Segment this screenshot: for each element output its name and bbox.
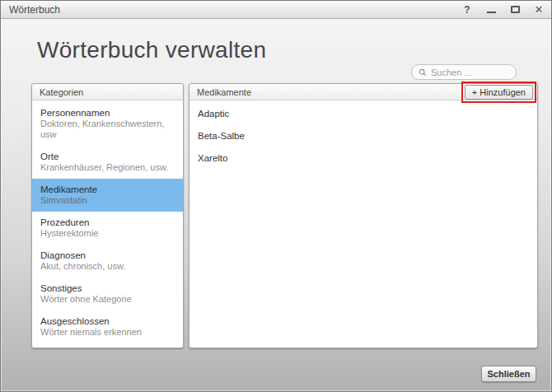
categories-panel-header: Kategorien [32, 84, 183, 100]
entries-panel: Medikamente + Hinzufügen Adaptic Beta-Sa… [189, 83, 538, 348]
category-subtitle: Simvastatin [40, 195, 175, 206]
entry-list-item[interactable]: Beta-Salbe [189, 124, 537, 147]
magnifier-icon [419, 68, 427, 77]
close-button[interactable]: ✕ [533, 4, 545, 16]
entry-list-item[interactable]: Adaptic [189, 102, 537, 124]
category-title: Medikamente [40, 184, 175, 195]
categories-panel-title: Kategorien [40, 87, 83, 97]
category-subtitle: Akut, chronisch, usw. [40, 261, 175, 272]
minimize-button[interactable] [485, 4, 497, 16]
categories-list: Personennamen Doktoren, Krankenschwester… [32, 100, 183, 343]
category-title: Ausgeschlossen [40, 315, 175, 327]
close-icon: ✕ [535, 4, 544, 15]
add-button-highlight-annotation: + Hinzufügen [461, 82, 536, 103]
search-input[interactable]: Suchen ... [411, 64, 517, 80]
category-subtitle: Wörter niemals erkennen [40, 327, 175, 338]
category-list-item[interactable]: Diagnosen Akut, chronisch, usw. [32, 245, 183, 278]
dictionary-dialog-window: Wörterbuch ? ✕ Wörterbuch verwalten Such… [0, 0, 552, 392]
category-title: Personennamen [40, 107, 175, 119]
entries-list: Adaptic Beta-Salbe Xarelto [189, 100, 537, 169]
window-title: Wörterbuch [9, 4, 461, 16]
categories-panel: Kategorien Personennamen Doktoren, Krank… [31, 83, 184, 348]
add-entry-button[interactable]: + Hinzufügen [465, 85, 533, 100]
category-subtitle: Krankenhäuser, Regionen, usw. [40, 162, 175, 173]
category-title: Diagnosen [40, 250, 175, 261]
category-list-item[interactable]: Ausgeschlossen Wörter niemals erkennen [32, 310, 183, 343]
titlebar: Wörterbuch ? ✕ [1, 1, 551, 19]
entry-list-item[interactable]: Xarelto [189, 147, 537, 169]
close-dialog-button[interactable]: Schließen [481, 366, 536, 382]
category-list-item[interactable]: Personennamen Doktoren, Krankenschwester… [32, 102, 183, 146]
category-list-item[interactable]: Orte Krankenhäuser, Regionen, usw. [32, 146, 183, 179]
category-title: Prozeduren [40, 217, 175, 228]
entries-panel-header: Medikamente + Hinzufügen [189, 84, 537, 100]
category-list-item[interactable]: Prozeduren Hysterektomie [32, 212, 183, 245]
category-subtitle: Hysterektomie [40, 228, 175, 239]
help-button[interactable]: ? [461, 4, 473, 16]
minimize-icon [487, 12, 496, 13]
category-list-item[interactable]: Sonstiges Wörter ohne Kategorie [32, 278, 183, 310]
search-placeholder: Suchen ... [431, 68, 472, 77]
maximize-icon [511, 6, 520, 13]
entries-panel-title: Medikamente [197, 87, 251, 97]
category-title: Sonstiges [40, 282, 175, 294]
window-controls: ? ✕ [461, 4, 545, 16]
category-title: Orte [40, 151, 175, 162]
page-title: Wörterbuch verwalten [37, 37, 266, 63]
help-icon: ? [464, 4, 470, 16]
category-subtitle: Wörter ohne Kategorie [40, 294, 175, 305]
category-list-item[interactable]: Medikamente Simvastatin [32, 179, 183, 212]
category-subtitle: Doktoren, Krankenschwestern, usw [40, 119, 175, 140]
maximize-button[interactable] [509, 4, 521, 16]
